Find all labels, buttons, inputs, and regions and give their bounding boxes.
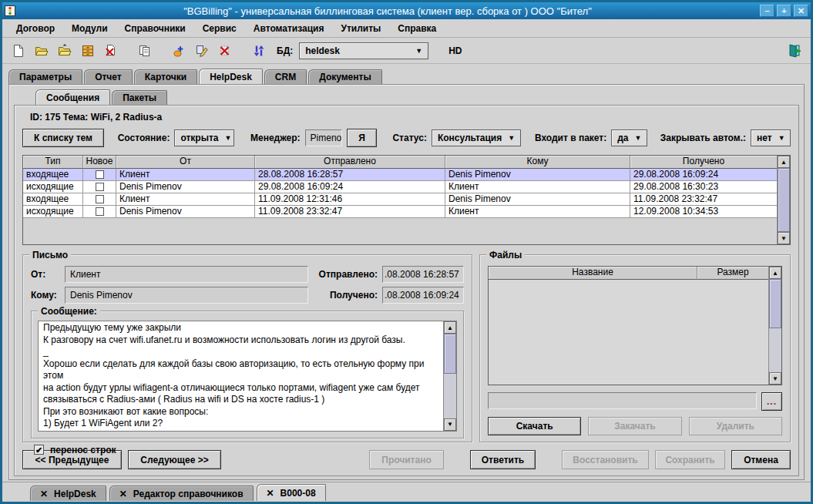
maximize-button[interactable]: +	[777, 5, 791, 17]
table-row[interactable]: исходящие Denis Pimenov 29.08.2008 16:09…	[23, 181, 777, 193]
chevron-down-icon: ▼	[635, 134, 642, 142]
scroll-track	[769, 279, 781, 372]
new-checkbox[interactable]	[96, 195, 104, 203]
files-empty-area[interactable]	[489, 280, 768, 385]
download-button[interactable]: Скачать	[488, 417, 581, 435]
db-select[interactable]: heldesk ▼	[299, 42, 428, 59]
table-row[interactable]: входящее Клиент 11.09.2008 12:31:46 Deni…	[23, 193, 777, 206]
manager-field[interactable]: Pimenov	[305, 129, 343, 146]
reply-button[interactable]: Ответить	[470, 450, 536, 469]
copy-document-icon[interactable]	[135, 41, 155, 61]
menu-moduli[interactable]: Модули	[64, 22, 115, 35]
to-topic-list-button[interactable]: К списку тем	[22, 129, 104, 147]
bottom-tab-contract[interactable]: ✕ B000-08	[257, 484, 326, 501]
browse-button[interactable]: ...	[761, 392, 782, 411]
col-new: Новое	[83, 156, 116, 169]
scroll-track	[444, 334, 456, 418]
scroll-up-icon[interactable]: ▲	[769, 267, 781, 279]
state-select[interactable]: открыта ▼	[174, 129, 234, 146]
cell-from: Denis Pimenov	[116, 206, 255, 218]
app-window: "BGBilling" - универсальная биллинговая …	[0, 0, 813, 504]
scroll-down-icon[interactable]: ▼	[769, 372, 781, 385]
card-file-icon[interactable]	[78, 41, 98, 61]
menu-avtomatizaciya[interactable]: Автоматизация	[246, 22, 332, 35]
file-path-input[interactable]	[488, 392, 757, 409]
message-textarea[interactable]: Предыдущую тему уже закрыли К разговору …	[39, 321, 443, 431]
cell-from: Denis Pimenov	[116, 181, 255, 193]
new-document-icon[interactable]	[8, 41, 29, 61]
tab-parametry[interactable]: Параметры	[8, 69, 82, 84]
refresh-icon[interactable]	[249, 41, 269, 61]
close-icon[interactable]: ✕	[267, 488, 274, 499]
messages-table: Тип Новое От Отправлено Кому Получено вх…	[22, 155, 791, 245]
hd-badge: HD	[448, 45, 462, 56]
messages-scrollbar[interactable]: ▲ ▼	[777, 156, 790, 244]
menu-spravochniki[interactable]: Справочники	[117, 22, 193, 35]
close-button[interactable]: ✕	[794, 5, 808, 17]
cell-new	[83, 169, 116, 181]
edit-contract-icon[interactable]	[192, 41, 212, 61]
menu-servis[interactable]: Сервис	[195, 22, 244, 35]
table-row[interactable]: входящее Клиент 28.08.2008 16:28:57 Deni…	[23, 169, 777, 181]
bottom-tab-bar: ✕ HelpDesk ✕ Редактор справочников ✕ B00…	[2, 482, 811, 502]
scroll-down-icon[interactable]: ▼	[444, 418, 456, 431]
restore-button[interactable]: Восстановить	[562, 450, 649, 469]
open-folder-icon[interactable]	[55, 41, 75, 61]
chevron-down-icon: ▼	[224, 134, 231, 142]
message-scrollbar[interactable]: ▲ ▼	[443, 321, 456, 431]
wrap-lines-checkbox[interactable]: ✔	[34, 445, 44, 455]
minimize-button[interactable]: –	[760, 5, 774, 17]
new-checkbox[interactable]	[96, 170, 104, 179]
sent-field[interactable]: .08.2008 16:28:57	[382, 266, 464, 283]
bottom-tab-redaktor[interactable]: ✕ Редактор справочников	[109, 486, 254, 501]
open-contract-icon[interactable]	[32, 41, 52, 61]
manager-label: Менеджер:	[250, 133, 301, 143]
from-field[interactable]: Клиент	[65, 266, 308, 283]
upload-button[interactable]: Закачать	[588, 417, 681, 435]
received-field[interactable]: .08.2008 16:09:24	[382, 287, 464, 304]
status-select[interactable]: Консультация ▼	[432, 129, 521, 146]
files-scrollbar[interactable]: ▲ ▼	[768, 267, 781, 385]
delete-document-icon[interactable]	[101, 41, 121, 61]
menubar: Договор Модули Справочники Сервис Автома…	[2, 19, 811, 38]
tab-kartochki[interactable]: Карточки	[134, 69, 197, 84]
new-checkbox[interactable]	[96, 207, 104, 216]
menu-utility[interactable]: Утилиты	[333, 22, 388, 35]
files-table: Название Размер ▲ ▼	[488, 266, 782, 385]
delete-contract-icon[interactable]	[215, 41, 235, 61]
close-icon[interactable]: ✕	[119, 489, 127, 499]
col-received: Получено	[630, 156, 777, 169]
scroll-down-icon[interactable]: ▼	[778, 232, 790, 244]
autoclose-select[interactable]: нет ▼	[751, 129, 791, 146]
in-package-select[interactable]: да ▼	[611, 129, 647, 146]
to-field[interactable]: Denis Pimenov	[65, 287, 308, 304]
tab-dokumenty[interactable]: Документы	[308, 69, 381, 84]
me-button[interactable]: Я	[347, 129, 377, 147]
scroll-up-icon[interactable]: ▲	[778, 156, 790, 168]
table-row[interactable]: исходящие Denis Pimenov 11.09.2008 23:32…	[23, 206, 777, 218]
message-group-title: Сообщение:	[38, 306, 100, 317]
files-group-title: Файлы	[486, 250, 525, 260]
scroll-thumb[interactable]	[769, 279, 781, 328]
new-checkbox[interactable]	[96, 183, 104, 191]
scroll-up-icon[interactable]: ▲	[444, 321, 456, 334]
cell-sent: 11.09.2008 12:31:46	[255, 193, 445, 206]
scroll-thumb[interactable]	[444, 334, 456, 374]
tab-otchet[interactable]: Отчет	[84, 69, 133, 84]
tab-crm[interactable]: CRM	[264, 69, 307, 84]
add-contract-icon[interactable]	[169, 41, 189, 61]
delete-button[interactable]: Удалить	[689, 417, 782, 435]
menu-spravka[interactable]: Справка	[390, 22, 444, 35]
exit-door-icon[interactable]	[784, 41, 805, 61]
tab-soobscheniya[interactable]: Сообщения	[35, 89, 110, 105]
menu-dogovor[interactable]: Договор	[8, 22, 62, 35]
scroll-thumb[interactable]	[778, 168, 790, 232]
cancel-button[interactable]: Отмена	[731, 450, 791, 469]
tab-helpdesk[interactable]: HelpDesk	[199, 69, 263, 84]
sub-tabs: Сообщения Пакеты	[14, 89, 799, 105]
bottom-tab-helpdesk[interactable]: ✕ HelpDesk	[30, 486, 106, 501]
messages-panel: ID: 175 Тема: WiFi, 2 Radius-a К списку …	[14, 105, 799, 476]
close-icon[interactable]: ✕	[40, 489, 48, 499]
save-button[interactable]: Сохранить	[655, 450, 725, 469]
tab-pakety[interactable]: Пакеты	[112, 90, 167, 105]
